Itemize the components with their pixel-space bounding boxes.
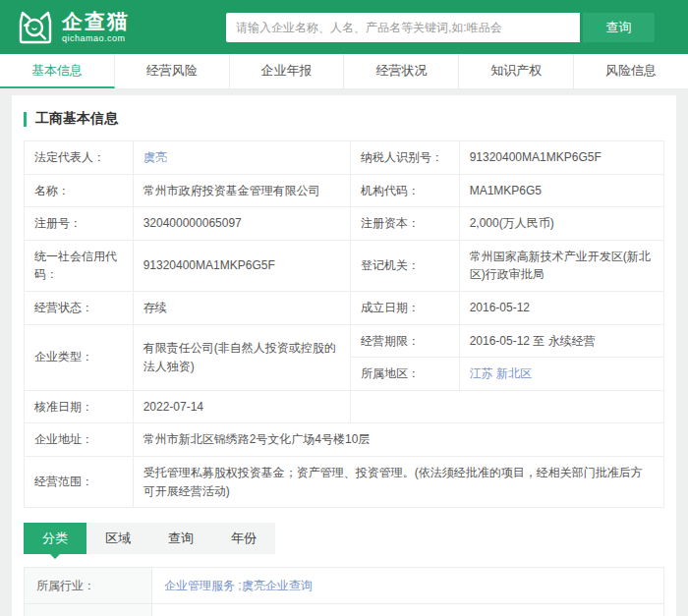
nav-tab-知识产权[interactable]: 知识产权 [459,54,574,88]
table-row: 所属行业：企业管理服务 ;虞亮企业查询 [25,568,664,604]
field-value: 91320400MA1MKP6G5F [459,141,663,175]
table-row: 统一社会信用代码：91320400MA1MKP6G5F登记机关：常州国家高新技术… [25,240,664,291]
field-label: 企业地址： [25,423,134,457]
nav-tab-风险信息[interactable]: 风险信息 [574,54,688,88]
nav-tab-经营风险[interactable]: 经营风险 [115,54,230,88]
page-body: 工商基本信息 法定代表人：虞亮纳税人识别号：91320400MA1MKP6G5F… [0,89,688,616]
page-title: 工商基本信息 [35,110,118,128]
table-row: 经营范围：受托管理私募股权投资基金；资产管理、投资管理。(依法须经批准的项目，经… [25,456,664,507]
classification-table: 所属行业：企业管理服务 ;虞亮企业查询前瞻标签：创业投资与私募股权；投资展会标签… [24,567,664,616]
cat-magnifier-icon [16,8,55,47]
field-label: 统一社会信用代码： [25,240,134,291]
field-value: 江苏 新北区 [459,358,663,391]
field-value: 常州国家高新技术产业开发区(新北区)行政审批局 [459,240,663,291]
field-label: 成立日期： [351,291,460,324]
field-value: 2022-07-14 [133,390,350,423]
main-nav: 基本信息经营风险企业年报经营状况知识产权风险信息 [0,54,688,89]
field-label: 所属地区： [351,358,460,391]
table-row: 前瞻标签：创业投资与私募股权；投资 [25,604,664,616]
table-row: 注册号：320400000065097注册资本：2,000(万人民币) [25,207,664,241]
field-value: 2016-05-12 至 永续经营 [459,324,663,358]
nav-tab-企业年报[interactable]: 企业年报 [230,54,345,88]
field-value: 受托管理私募股权投资基金；资产管理、投资管理。(依法须经批准的项目，经相关部门批… [133,456,663,507]
table-row: 核准日期：2022-07-14 [25,390,664,423]
field-value: 2016-05-12 [459,291,663,324]
class-tab-区域[interactable]: 区域 [86,523,149,554]
logo-title: 企查猫 [62,11,130,31]
field-label: 前瞻标签： [25,604,152,616]
logo[interactable]: 企查猫 qichamao.com [16,8,130,47]
nav-tab-基本信息[interactable]: 基本信息 [0,54,115,88]
value-link[interactable]: 企业管理服务 [164,579,235,592]
field-label: 经营期限： [351,324,460,358]
accent-bar [24,112,27,127]
field-value: MA1MKP6G5 [459,174,663,207]
value-link[interactable]: 新北区 [496,366,532,380]
field-label: 法定代表人： [25,141,134,175]
business-info-table: 法定代表人：虞亮纳税人识别号：91320400MA1MKP6G5F名称：常州市政… [24,140,664,508]
search-input[interactable] [226,13,580,42]
section-header: 工商基本信息 [12,95,676,139]
table-row: 法定代表人：虞亮纳税人识别号：91320400MA1MKP6G5F [25,141,664,175]
value-link[interactable]: 虞亮企业查询 [242,579,313,592]
logo-subtitle: qichamao.com [62,34,130,43]
field-value: 创业投资与私募股权；投资 [152,604,664,616]
field-value: 虞亮 [133,141,350,175]
value-link[interactable]: 虞亮 [143,150,167,164]
field-label: 企业类型： [25,324,134,390]
class-tab-分类[interactable]: 分类 [24,523,86,554]
table-row: 企业类型：有限责任公司(非自然人投资或控股的法人独资)经营期限：2016-05-… [25,324,664,358]
field-value: 企业管理服务 ;虞亮企业查询 [152,568,664,604]
table-row: 经营状态：存续成立日期：2016-05-12 [25,291,664,324]
search-button[interactable]: 查询 [583,13,655,42]
field-label: 机构代码： [351,174,460,207]
class-tab-年份[interactable]: 年份 [212,523,275,554]
field-label: 所属行业： [25,568,152,604]
field-value: 存续 [133,291,350,324]
classification-tabs: 分类区域查询年份 [24,523,275,554]
field-value: 常州市新北区锦绣路2号文化广场4号楼10层 [133,423,663,457]
content-card: 工商基本信息 法定代表人：虞亮纳税人识别号：91320400MA1MKP6G5F… [12,95,676,616]
field-label: 名称： [25,174,134,207]
nav-tab-经营状况[interactable]: 经营状况 [344,54,459,88]
field-value: 320400000065097 [133,207,350,241]
table-row: 名称：常州市政府投资基金管理有限公司机构代码：MA1MKP6G5 [25,174,664,207]
field-value: 有限责任公司(非自然人投资或控股的法人独资) [133,324,350,390]
field-value: 91320400MA1MKP6G5F [133,240,350,291]
search-bar: 查询 [226,13,655,42]
value-link[interactable]: 江苏 [470,366,493,380]
field-label: 登记机关： [351,240,460,291]
field-value [351,390,664,423]
field-label: 核准日期： [25,390,134,423]
field-label: 经营范围： [25,456,134,507]
field-label: 注册号： [25,207,134,241]
table-row: 企业地址：常州市新北区锦绣路2号文化广场4号楼10层 [25,423,664,457]
class-tab-查询[interactable]: 查询 [149,523,212,554]
field-label: 经营状态： [25,291,134,324]
field-value: 常州市政府投资基金管理有限公司 [133,174,350,207]
field-label: 注册资本： [351,207,460,241]
field-value: 2,000(万人民币) [459,207,663,241]
field-label: 纳税人识别号： [351,141,460,175]
app-header: 企查猫 qichamao.com 查询 [0,0,688,54]
logo-text: 企查猫 qichamao.com [62,11,130,43]
